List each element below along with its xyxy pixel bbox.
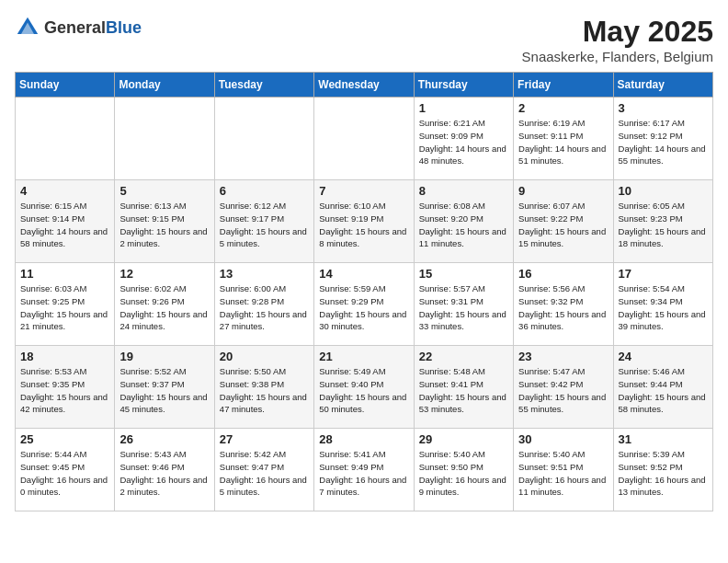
day-info: Sunrise: 6:12 AM Sunset: 9:17 PM Dayligh…: [220, 200, 309, 250]
day-number: 10: [619, 184, 708, 198]
calendar-cell: 6Sunrise: 6:12 AM Sunset: 9:17 PM Daylig…: [214, 180, 313, 263]
day-number: 7: [319, 184, 408, 198]
calendar-cell: 15Sunrise: 5:57 AM Sunset: 9:31 PM Dayli…: [414, 263, 513, 346]
day-info: Sunrise: 5:52 AM Sunset: 9:37 PM Dayligh…: [119, 365, 209, 416]
day-info: Sunrise: 5:49 AM Sunset: 9:40 PM Dayligh…: [319, 365, 408, 416]
day-info: Sunrise: 5:50 AM Sunset: 9:38 PM Dayligh…: [220, 365, 309, 416]
day-number: 30: [518, 432, 608, 446]
day-number: 12: [119, 267, 209, 281]
day-info: Sunrise: 5:43 AM Sunset: 9:46 PM Dayligh…: [119, 448, 209, 499]
header-saturday: Saturday: [613, 73, 712, 98]
day-number: 11: [20, 267, 109, 281]
header-sunday: Sunday: [16, 73, 115, 98]
header-wednesday: Wednesday: [314, 73, 414, 98]
calendar-cell: 3Sunrise: 6:17 AM Sunset: 9:12 PM Daylig…: [613, 98, 712, 180]
day-info: Sunrise: 6:19 AM Sunset: 9:11 PM Dayligh…: [518, 117, 608, 167]
calendar-cell: [214, 98, 313, 180]
calendar-week-4: 18Sunrise: 5:53 AM Sunset: 9:35 PM Dayli…: [16, 346, 713, 429]
day-info: Sunrise: 6:21 AM Sunset: 9:09 PM Dayligh…: [419, 117, 508, 167]
day-number: 31: [619, 432, 708, 446]
day-number: 18: [20, 350, 109, 363]
location-subtitle: Snaaskerke, Flanders, Belgium: [522, 49, 713, 64]
day-info: Sunrise: 5:47 AM Sunset: 9:42 PM Dayligh…: [518, 365, 608, 416]
day-number: 24: [619, 350, 708, 363]
page-header: GeneralBlue May 2025 Snaaskerke, Flander…: [15, 15, 713, 64]
header-thursday: Thursday: [414, 73, 513, 98]
day-info: Sunrise: 6:02 AM Sunset: 9:26 PM Dayligh…: [119, 282, 209, 333]
day-info: Sunrise: 5:56 AM Sunset: 9:32 PM Dayligh…: [518, 282, 608, 333]
logo-icon: [15, 15, 40, 40]
calendar-cell: 21Sunrise: 5:49 AM Sunset: 9:40 PM Dayli…: [314, 346, 414, 429]
calendar-cell: 9Sunrise: 6:07 AM Sunset: 9:22 PM Daylig…: [514, 180, 613, 263]
calendar-table: SundayMondayTuesdayWednesdayThursdayFrid…: [15, 72, 713, 511]
day-info: Sunrise: 6:10 AM Sunset: 9:19 PM Dayligh…: [319, 200, 408, 250]
calendar-cell: 17Sunrise: 5:54 AM Sunset: 9:34 PM Dayli…: [613, 263, 712, 346]
header-friday: Friday: [514, 73, 613, 98]
day-number: 9: [518, 184, 608, 198]
calendar-cell: 11Sunrise: 6:03 AM Sunset: 9:25 PM Dayli…: [16, 263, 115, 346]
calendar-week-3: 11Sunrise: 6:03 AM Sunset: 9:25 PM Dayli…: [16, 263, 713, 346]
calendar-header-row: SundayMondayTuesdayWednesdayThursdayFrid…: [16, 73, 713, 98]
calendar-cell: 26Sunrise: 5:43 AM Sunset: 9:46 PM Dayli…: [115, 429, 214, 511]
day-info: Sunrise: 6:17 AM Sunset: 9:12 PM Dayligh…: [619, 117, 708, 167]
day-number: 28: [319, 432, 408, 446]
header-monday: Monday: [115, 73, 214, 98]
header-tuesday: Tuesday: [214, 73, 313, 98]
day-info: Sunrise: 5:42 AM Sunset: 9:47 PM Dayligh…: [220, 448, 309, 499]
day-info: Sunrise: 6:05 AM Sunset: 9:23 PM Dayligh…: [619, 200, 708, 250]
day-number: 1: [419, 101, 508, 115]
calendar-cell: 27Sunrise: 5:42 AM Sunset: 9:47 PM Dayli…: [214, 429, 313, 511]
day-info: Sunrise: 5:46 AM Sunset: 9:44 PM Dayligh…: [619, 365, 708, 416]
day-number: 26: [119, 432, 209, 446]
day-number: 23: [518, 350, 608, 363]
day-info: Sunrise: 5:53 AM Sunset: 9:35 PM Dayligh…: [20, 365, 109, 416]
day-number: 20: [220, 350, 309, 363]
day-info: Sunrise: 6:13 AM Sunset: 9:15 PM Dayligh…: [119, 200, 209, 250]
calendar-cell: 31Sunrise: 5:39 AM Sunset: 9:52 PM Dayli…: [613, 429, 712, 511]
day-info: Sunrise: 5:40 AM Sunset: 9:50 PM Dayligh…: [419, 448, 508, 499]
calendar-cell: 16Sunrise: 5:56 AM Sunset: 9:32 PM Dayli…: [514, 263, 613, 346]
day-number: 13: [220, 267, 309, 281]
day-number: 6: [220, 184, 309, 198]
day-info: Sunrise: 5:40 AM Sunset: 9:51 PM Dayligh…: [518, 448, 608, 499]
calendar-cell: 24Sunrise: 5:46 AM Sunset: 9:44 PM Dayli…: [613, 346, 712, 429]
day-info: Sunrise: 5:54 AM Sunset: 9:34 PM Dayligh…: [619, 282, 708, 333]
day-number: 3: [619, 101, 708, 115]
day-number: 2: [518, 101, 608, 115]
calendar-cell: 23Sunrise: 5:47 AM Sunset: 9:42 PM Dayli…: [514, 346, 613, 429]
calendar-cell: 8Sunrise: 6:08 AM Sunset: 9:20 PM Daylig…: [414, 180, 513, 263]
day-number: 25: [20, 432, 109, 446]
calendar-cell: 29Sunrise: 5:40 AM Sunset: 9:50 PM Dayli…: [414, 429, 513, 511]
calendar-cell: 13Sunrise: 6:00 AM Sunset: 9:28 PM Dayli…: [214, 263, 313, 346]
calendar-cell: 14Sunrise: 5:59 AM Sunset: 9:29 PM Dayli…: [314, 263, 414, 346]
day-info: Sunrise: 5:39 AM Sunset: 9:52 PM Dayligh…: [619, 448, 708, 499]
calendar-cell: 1Sunrise: 6:21 AM Sunset: 9:09 PM Daylig…: [414, 98, 513, 180]
day-info: Sunrise: 6:15 AM Sunset: 9:14 PM Dayligh…: [20, 200, 109, 250]
day-info: Sunrise: 6:07 AM Sunset: 9:22 PM Dayligh…: [518, 200, 608, 250]
day-number: 22: [419, 350, 508, 363]
calendar-cell: 25Sunrise: 5:44 AM Sunset: 9:45 PM Dayli…: [16, 429, 115, 511]
day-info: Sunrise: 6:03 AM Sunset: 9:25 PM Dayligh…: [20, 282, 109, 333]
calendar-cell: 18Sunrise: 5:53 AM Sunset: 9:35 PM Dayli…: [16, 346, 115, 429]
calendar-cell: 22Sunrise: 5:48 AM Sunset: 9:41 PM Dayli…: [414, 346, 513, 429]
day-info: Sunrise: 6:00 AM Sunset: 9:28 PM Dayligh…: [220, 282, 309, 333]
day-number: 19: [119, 350, 209, 363]
day-info: Sunrise: 6:08 AM Sunset: 9:20 PM Dayligh…: [419, 200, 508, 250]
day-number: 27: [220, 432, 309, 446]
day-info: Sunrise: 5:41 AM Sunset: 9:49 PM Dayligh…: [319, 448, 408, 499]
month-title: May 2025: [522, 15, 713, 49]
day-number: 5: [119, 184, 209, 198]
calendar-cell: 2Sunrise: 6:19 AM Sunset: 9:11 PM Daylig…: [514, 98, 613, 180]
calendar-cell: 7Sunrise: 6:10 AM Sunset: 9:19 PM Daylig…: [314, 180, 414, 263]
calendar-week-1: 1Sunrise: 6:21 AM Sunset: 9:09 PM Daylig…: [16, 98, 713, 180]
day-number: 21: [319, 350, 408, 363]
logo-blue: Blue: [106, 18, 142, 37]
day-number: 16: [518, 267, 608, 281]
calendar-cell: 10Sunrise: 6:05 AM Sunset: 9:23 PM Dayli…: [613, 180, 712, 263]
day-number: 4: [20, 184, 109, 198]
calendar-cell: 20Sunrise: 5:50 AM Sunset: 9:38 PM Dayli…: [214, 346, 313, 429]
calendar-cell: 19Sunrise: 5:52 AM Sunset: 9:37 PM Dayli…: [115, 346, 214, 429]
calendar-cell: [314, 98, 414, 180]
logo-general: General: [44, 18, 106, 37]
title-block: May 2025 Snaaskerke, Flanders, Belgium: [522, 15, 713, 64]
